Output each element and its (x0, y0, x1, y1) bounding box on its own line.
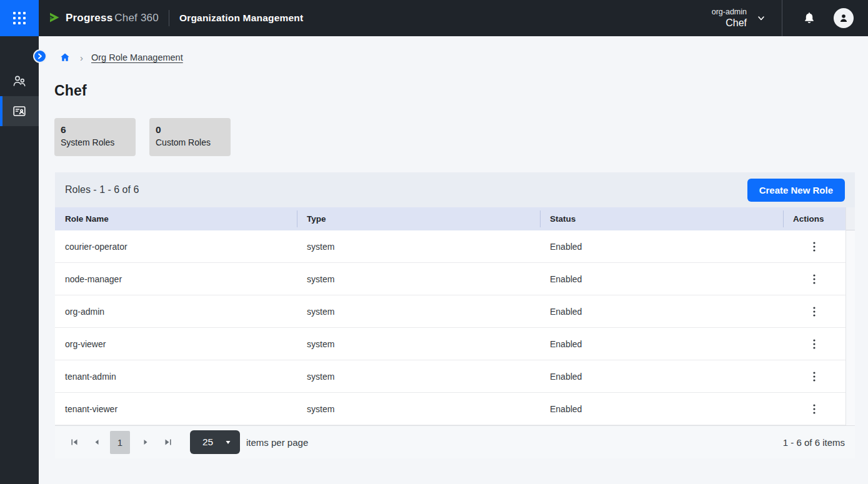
column-header-type: Type (297, 207, 540, 230)
cell-role-name: node-manager (55, 274, 297, 284)
first-page-button[interactable] (65, 433, 84, 452)
more-options-icon (813, 372, 816, 382)
more-options-icon (813, 339, 816, 349)
home-icon[interactable] (59, 52, 71, 63)
cell-status: Enabled (540, 339, 783, 349)
cell-type: system (297, 339, 540, 349)
cell-status: Enabled (540, 372, 783, 382)
dropdown-caret-icon (225, 439, 231, 445)
table-row: courier-operator system Enabled (55, 230, 846, 263)
page-size-select[interactable]: 25 (190, 430, 240, 454)
row-actions-menu-button[interactable] (808, 337, 821, 352)
column-header-status: Status (540, 207, 783, 230)
stat-card-custom-roles[interactable]: 0 Custom Roles (149, 118, 231, 156)
column-header-actions: Actions (783, 207, 846, 230)
main-content: › Org Role Management Chef 6 System Role… (39, 36, 868, 484)
row-actions-menu-button[interactable] (808, 369, 821, 384)
cell-role-name: courier-operator (55, 242, 297, 252)
row-actions-menu-button[interactable] (808, 239, 821, 254)
row-actions-menu-button[interactable] (808, 272, 821, 287)
id-card-icon (12, 104, 27, 119)
header-section-divider (782, 0, 782, 36)
table-row: node-manager system Enabled (55, 263, 846, 295)
sidebar-item-users[interactable] (0, 66, 39, 96)
chevron-down-icon (757, 14, 766, 22)
table-row: org-viewer system Enabled (55, 328, 846, 360)
avatar (834, 8, 854, 28)
cell-type: system (297, 274, 540, 284)
top-header-bar: Progress Chef 360 Organization Managemen… (0, 0, 868, 36)
table-row: org-admin system Enabled (55, 295, 846, 328)
cell-type: system (297, 372, 540, 382)
page-title: Chef (54, 82, 868, 99)
app-title: Organization Management (179, 12, 303, 24)
left-sidebar (0, 36, 39, 484)
org-name-label: Chef (712, 17, 747, 29)
bell-icon (802, 11, 816, 26)
sidebar-item-org-roles[interactable] (0, 96, 39, 126)
cell-status: Enabled (540, 274, 783, 284)
cell-role-name: tenant-admin (55, 372, 297, 382)
stat-value: 6 (61, 124, 136, 136)
stat-label: System Roles (61, 136, 136, 149)
more-options-icon (813, 274, 816, 284)
table-header-row: Role Name Type Status Actions (55, 207, 846, 230)
stats-row: 6 System Roles 0 Custom Roles (54, 118, 868, 156)
brand-chef-text: Chef 360 (114, 12, 159, 24)
stat-label: Custom Roles (156, 136, 231, 149)
users-icon (12, 74, 27, 89)
apps-grid-icon (13, 12, 26, 24)
brand-logo: Progress Chef 360 (47, 11, 159, 26)
cell-role-name: tenant-viewer (55, 404, 297, 414)
pagination-bar: 1 25 items per page 1 - 6 of 6 (55, 425, 855, 458)
pagination-range-label: 1 - 6 of 6 items (783, 437, 845, 448)
table-row: tenant-admin system Enabled (55, 360, 846, 393)
breadcrumb-link-org-role-management[interactable]: Org Role Management (91, 52, 183, 62)
progress-logo-icon (47, 11, 62, 26)
previous-page-button[interactable] (87, 433, 106, 452)
user-icon (838, 12, 849, 24)
current-page-button[interactable]: 1 (110, 431, 130, 454)
first-page-icon (70, 438, 79, 447)
more-options-icon (813, 404, 816, 414)
next-page-button[interactable] (136, 433, 155, 452)
cell-status: Enabled (540, 242, 783, 252)
brand-progress-text: Progress (66, 12, 112, 24)
row-actions-menu-button[interactable] (808, 402, 821, 417)
roles-grid: Roles - 1 - 6 of 6 Create New Role Role … (55, 172, 855, 458)
grid-title: Roles - 1 - 6 of 6 (65, 184, 139, 195)
create-new-role-button[interactable]: Create New Role (747, 179, 845, 202)
org-switcher[interactable]: org-admin Chef (712, 7, 766, 29)
previous-page-icon (92, 438, 101, 447)
app-launcher-button[interactable] (0, 0, 39, 36)
stat-card-system-roles[interactable]: 6 System Roles (54, 118, 136, 156)
user-menu-button[interactable] (834, 8, 854, 28)
last-page-button[interactable] (159, 433, 177, 452)
cell-type: system (297, 307, 540, 317)
items-per-page-label: items per page (246, 437, 308, 448)
row-actions-menu-button[interactable] (808, 304, 821, 319)
grid-toolbar: Roles - 1 - 6 of 6 Create New Role (55, 172, 855, 207)
vertical-scrollbar[interactable] (846, 207, 855, 425)
stat-value: 0 (156, 124, 231, 136)
cell-role-name: org-viewer (55, 339, 297, 349)
last-page-icon (164, 438, 172, 447)
chevron-right-icon (37, 53, 43, 59)
more-options-icon (813, 242, 816, 252)
table-row: tenant-viewer system Enabled (55, 393, 846, 425)
cell-status: Enabled (540, 404, 783, 414)
cell-type: system (297, 242, 540, 252)
cell-status: Enabled (540, 307, 783, 317)
breadcrumb-separator-icon: › (80, 52, 83, 63)
header-divider (169, 10, 169, 26)
notifications-button[interactable] (802, 11, 816, 26)
page-size-value: 25 (202, 437, 213, 448)
cell-role-name: org-admin (55, 307, 297, 317)
more-options-icon (813, 307, 816, 317)
next-page-icon (141, 438, 150, 447)
org-role-label: org-admin (712, 7, 747, 17)
column-header-role-name: Role Name (55, 207, 297, 230)
cell-type: system (297, 404, 540, 414)
sidebar-expand-button[interactable] (33, 49, 47, 63)
breadcrumb: › Org Role Management (59, 51, 868, 64)
